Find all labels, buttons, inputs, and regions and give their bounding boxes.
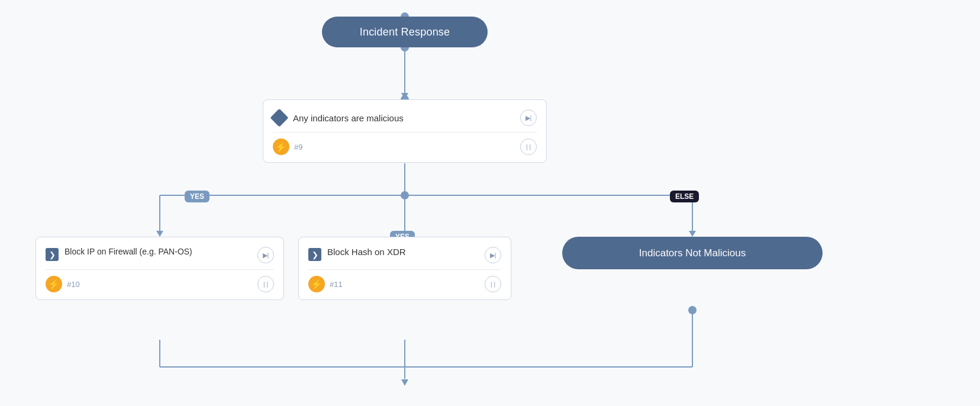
block-ip-node: ❯ Block IP on Firewall (e.g. PAN-OS) ▶| … <box>36 237 284 300</box>
incident-response-label: Incident Response <box>360 26 450 38</box>
else-badge: ELSE <box>670 191 699 202</box>
yes-badge-left: YES <box>185 191 209 202</box>
end-node-label: Indicators Not Malicious <box>639 247 746 259</box>
svg-marker-19 <box>401 379 408 386</box>
svg-marker-15 <box>689 231 696 237</box>
block-hash-pause-button[interactable]: | | <box>485 276 501 292</box>
block-ip-pause-button[interactable]: | | <box>257 276 274 292</box>
block-hash-title: Block Hash on XDR <box>327 247 479 257</box>
condition-footer: ⚡ #9 | | <box>273 138 537 155</box>
workflow-canvas: Incident Response Any indicators are mal… <box>0 0 980 406</box>
svg-point-20 <box>688 306 697 314</box>
connectors-svg <box>0 0 980 406</box>
block-ip-title: Block IP on Firewall (e.g. PAN-OS) <box>65 247 252 256</box>
lightning-badge-block-hash: ⚡ <box>308 276 325 292</box>
block-ip-footer: ⚡ #10 | | <box>46 276 274 292</box>
lightning-badge-condition: ⚡ <box>273 138 289 155</box>
block-hash-divider <box>308 269 501 270</box>
block-hash-header: ❯ Block Hash on XDR ▶| <box>308 247 501 263</box>
block-ip-skip-button[interactable]: ▶| <box>257 247 274 263</box>
lightning-badge-block-ip: ⚡ <box>46 276 62 292</box>
condition-divider <box>273 132 537 133</box>
block-ip-header: ❯ Block IP on Firewall (e.g. PAN-OS) ▶| <box>46 247 274 263</box>
svg-marker-10 <box>156 231 163 237</box>
condition-step: #9 <box>294 143 302 152</box>
svg-marker-4 <box>401 93 408 99</box>
condition-header: Any indicators are malicious ▶| <box>273 109 537 126</box>
condition-title: Any indicators are malicious <box>293 113 513 123</box>
block-hash-footer: ⚡ #11 | | <box>308 276 501 292</box>
condition-node: Any indicators are malicious ▶| ⚡ #9 | | <box>263 99 547 163</box>
condition-pause-button[interactable]: | | <box>520 138 537 155</box>
block-ip-divider <box>46 269 274 270</box>
block-hash-node: ❯ Block Hash on XDR ▶| ⚡ #11 | | <box>298 237 511 300</box>
incident-response-node: Incident Response <box>322 17 488 47</box>
svg-point-7 <box>401 191 409 199</box>
block-hash-skip-button[interactable]: ▶| <box>485 247 501 263</box>
block-ip-step: #10 <box>67 280 80 289</box>
diamond-icon <box>270 108 288 127</box>
chevron-icon-block-hash: ❯ <box>308 248 321 261</box>
indicators-not-malicious-node: Indicators Not Malicious <box>562 237 823 269</box>
condition-skip-button[interactable]: ▶| <box>520 109 537 126</box>
chevron-icon-block-ip: ❯ <box>46 248 59 261</box>
block-hash-step: #11 <box>330 280 343 289</box>
